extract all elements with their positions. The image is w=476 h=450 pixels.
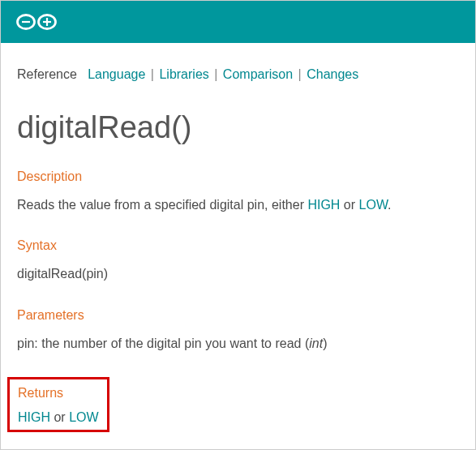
breadcrumb-label: Reference [17,67,77,81]
breadcrumb-sep: | [214,67,217,81]
returns-highlight-box: Returns HIGH or LOW [7,377,109,432]
breadcrumb-sep: | [151,67,154,81]
parameters-prefix: pin: the number of the digital pin you w… [17,336,309,350]
parameters-type: int [309,336,323,350]
arduino-logo[interactable] [15,11,58,32]
breadcrumb-sep: | [298,67,302,81]
parameters-text: pin: the number of the digital pin you w… [17,335,459,353]
description-heading: Description [17,169,459,184]
header [1,1,475,43]
syntax-heading: Syntax [17,238,459,253]
breadcrumb-libraries[interactable]: Libraries [159,67,208,81]
infinity-icon [15,11,58,32]
syntax-text: digitalRead(pin) [17,265,459,283]
link-low-returns[interactable]: LOW [69,410,98,424]
description-text: Reads the value from a specified digital… [17,196,459,214]
returns-or: or [50,410,69,424]
link-low[interactable]: LOW [359,198,388,212]
breadcrumb: Reference Language | Libraries | Compari… [17,67,459,82]
breadcrumb-changes[interactable]: Changes [307,67,358,81]
returns-text: HIGH or LOW [18,410,99,425]
description-or: or [340,198,358,212]
parameters-suffix: ) [323,336,327,350]
breadcrumb-language[interactable]: Language [88,67,145,81]
returns-heading: Returns [18,386,99,401]
breadcrumb-comparison[interactable]: Comparison [223,67,293,81]
description-prefix: Reads the value from a specified digital… [17,198,307,212]
description-period: . [388,198,391,212]
link-high[interactable]: HIGH [307,198,340,212]
link-high-returns[interactable]: HIGH [18,410,50,424]
page-title: digitalRead() [17,110,459,145]
parameters-heading: Parameters [17,308,459,323]
content: Reference Language | Libraries | Compari… [1,43,475,448]
